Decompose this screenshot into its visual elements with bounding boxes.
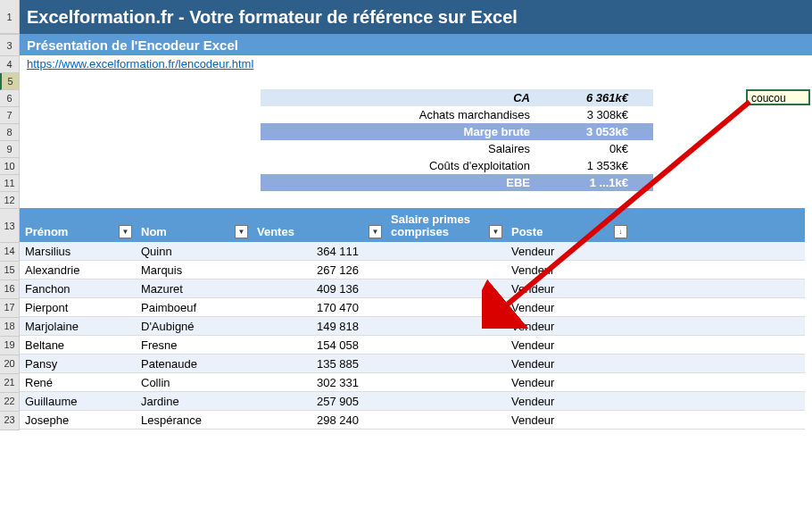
cell-nom[interactable]: Patenaude — [136, 355, 252, 372]
cell-ventes[interactable]: 257 905 — [252, 392, 385, 410]
cell-poste[interactable]: Vendeur — [506, 280, 631, 297]
col-header-salaire[interactable]: Salaire primes comprises ▼ — [385, 210, 506, 242]
cell-salaire[interactable] — [385, 373, 506, 391]
row-number[interactable]: 20 — [0, 355, 19, 374]
cell-nom[interactable]: Lespérance — [136, 411, 252, 429]
table-row[interactable]: MarsiliusQuinn364 111Vendeur — [20, 242, 805, 261]
cell-nom[interactable]: Quinn — [136, 242, 252, 260]
cell-prenom[interactable]: Alexandrie — [20, 261, 136, 279]
row-number[interactable]: 15 — [0, 262, 19, 280]
cell-prenom[interactable]: Marjolaine — [20, 317, 136, 335]
col-header-poste[interactable]: Poste ↓ — [506, 221, 631, 242]
filter-dropdown-icon[interactable]: ▼ — [235, 225, 248, 238]
cell-salaire[interactable] — [385, 355, 506, 372]
cell-salaire[interactable] — [385, 261, 506, 279]
cell-ventes[interactable]: 170 470 — [252, 298, 385, 316]
summary-row-achats[interactable]: Achats marchandises 3 308k€ — [261, 106, 653, 123]
cell-prenom[interactable]: Pierpont — [20, 298, 136, 316]
cell-ventes[interactable]: 267 126 — [252, 261, 385, 279]
cell-ventes[interactable]: 409 136 — [252, 280, 385, 297]
cell-ventes[interactable]: 298 240 — [252, 411, 385, 429]
table-row[interactable]: GuillaumeJardine257 905Vendeur — [20, 392, 805, 411]
cell-nom[interactable]: Paimboeuf — [136, 298, 252, 316]
cell-poste[interactable]: Vendeur — [506, 261, 631, 279]
row-number[interactable]: 14 — [0, 243, 19, 262]
row-number[interactable]: 9 — [0, 141, 19, 158]
cell-salaire[interactable] — [385, 411, 506, 429]
cell-poste[interactable]: Vendeur — [506, 336, 631, 354]
cell-salaire[interactable] — [385, 298, 506, 316]
summary-row-marge[interactable]: Marge brute 3 053k€ — [261, 123, 653, 140]
cell-ventes[interactable]: 302 331 — [252, 373, 385, 391]
col-header-nom[interactable]: Nom ▼ — [136, 221, 252, 242]
row-number[interactable]: 10 — [0, 158, 19, 175]
table-row[interactable]: RenéCollin302 331Vendeur — [20, 373, 805, 392]
cell-prenom[interactable]: Guillaume — [20, 392, 136, 410]
cell-salaire[interactable] — [385, 242, 506, 260]
cell-prenom[interactable]: Marsilius — [20, 242, 136, 260]
summary-row-ca[interactable]: CA 6 361k€ — [261, 89, 653, 106]
cell-ventes[interactable]: 135 885 — [252, 355, 385, 372]
table-row[interactable]: FanchonMazuret409 136Vendeur — [20, 280, 805, 298]
row-number[interactable]: 19 — [0, 337, 19, 355]
row-number[interactable]: 3 — [0, 35, 19, 56]
filter-dropdown-icon[interactable]: ▼ — [489, 225, 502, 238]
cell-nom[interactable]: Jardine — [136, 392, 252, 410]
cell-poste[interactable]: Vendeur — [506, 355, 631, 372]
cell-salaire[interactable] — [385, 392, 506, 410]
row-number[interactable]: 17 — [0, 299, 19, 318]
filter-sort-icon[interactable]: ↓ — [614, 225, 627, 238]
cell-ventes[interactable]: 364 111 — [252, 242, 385, 260]
summary-row-salaires[interactable]: Salaires 0k€ — [261, 140, 653, 157]
cell-poste[interactable]: Vendeur — [506, 373, 631, 391]
row-number[interactable]: 23 — [0, 412, 19, 430]
cell-salaire[interactable] — [385, 317, 506, 335]
row-number[interactable]: 13 — [0, 209, 19, 243]
cell-nom[interactable]: Marquis — [136, 261, 252, 279]
cell-salaire[interactable] — [385, 280, 506, 297]
summary-row-ebe[interactable]: EBE 1 ...1k€ — [261, 174, 653, 191]
row-number[interactable]: 12 — [0, 192, 19, 209]
row-number[interactable]: 6 — [0, 90, 19, 107]
cell-poste[interactable]: Vendeur — [506, 411, 631, 429]
row-number[interactable]: 8 — [0, 124, 19, 141]
summary-row-couts[interactable]: Coûts d'exploitation 1 353k€ — [261, 157, 653, 174]
cell-prenom[interactable]: Beltane — [20, 336, 136, 354]
cell-poste[interactable]: Vendeur — [506, 298, 631, 316]
cell-poste[interactable]: Vendeur — [506, 242, 631, 260]
row-number[interactable]: 11 — [0, 175, 19, 192]
cell-prenom[interactable]: Fanchon — [20, 280, 136, 297]
table-row[interactable]: PansyPatenaude135 885Vendeur — [20, 355, 805, 373]
col-header-prenom[interactable]: Prénom ▼ — [20, 221, 136, 242]
row-number[interactable]: 16 — [0, 280, 19, 299]
cell-prenom[interactable]: René — [20, 373, 136, 391]
filter-dropdown-icon[interactable]: ▼ — [369, 225, 382, 238]
cell-nom[interactable]: D'Aubigné — [136, 317, 252, 335]
col-header-ventes[interactable]: Ventes ▼ — [252, 221, 385, 242]
cell-poste[interactable]: Vendeur — [506, 392, 631, 410]
row-number[interactable]: 7 — [0, 107, 19, 124]
formation-link[interactable]: https://www.excelformation.fr/lencodeur.… — [27, 57, 253, 71]
cell-ventes[interactable]: 149 818 — [252, 317, 385, 335]
table-row[interactable]: JosepheLespérance298 240Vendeur — [20, 411, 805, 430]
cell-salaire[interactable] — [385, 336, 506, 354]
table-row[interactable]: BeltaneFresne154 058Vendeur — [20, 336, 805, 355]
cell-poste[interactable]: Vendeur — [506, 317, 631, 335]
cell-ventes[interactable]: 154 058 — [252, 336, 385, 354]
cell-prenom[interactable]: Josephe — [20, 411, 136, 429]
row-number[interactable]: 22 — [0, 393, 19, 412]
table-row[interactable]: AlexandrieMarquis267 126Vendeur — [20, 261, 805, 280]
cell-nom[interactable]: Collin — [136, 373, 252, 391]
table-row[interactable]: MarjolaineD'Aubigné149 818Vendeur — [20, 317, 805, 336]
row-number[interactable]: 1 — [0, 0, 19, 34]
row-number[interactable]: 18 — [0, 318, 19, 337]
cell-nom[interactable]: Mazuret — [136, 280, 252, 297]
row-number[interactable]: 4 — [0, 56, 19, 73]
row-number-selected[interactable]: 5 — [0, 73, 19, 90]
row-number[interactable]: 21 — [0, 374, 19, 393]
filter-dropdown-icon[interactable]: ▼ — [119, 225, 132, 238]
cell-prenom[interactable]: Pansy — [20, 355, 136, 372]
cell-nom[interactable]: Fresne — [136, 336, 252, 354]
comment-cell[interactable]: coucou — [746, 89, 810, 105]
table-row[interactable]: PierpontPaimboeuf170 470Vendeur — [20, 298, 805, 317]
